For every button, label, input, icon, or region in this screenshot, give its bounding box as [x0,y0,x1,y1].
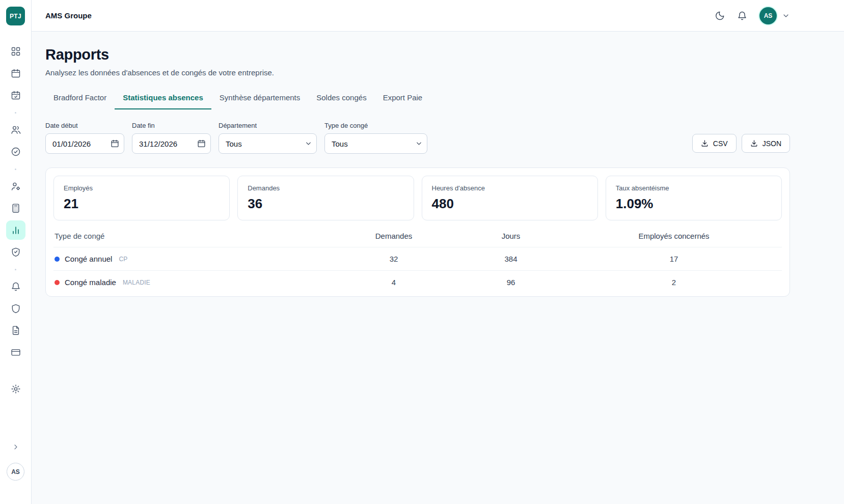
sidebar-item-calendar[interactable] [6,64,25,83]
user-menu-button[interactable] [781,11,791,21]
leave-type-select[interactable]: Tous [324,133,427,154]
sidebar-item-compliance[interactable] [6,242,25,262]
moon-icon [715,11,725,21]
shield-check-icon [11,247,21,257]
page-title: Rapports [45,46,790,63]
cell-jours: 96 [455,278,567,287]
users-icon [11,125,21,135]
sidebar-collapse-button[interactable] [9,440,23,454]
stat-value: 36 [248,196,403,212]
page-subtitle: Analysez les données d'absences et de co… [45,68,790,77]
sidebar-item-team[interactable] [6,120,25,139]
column-header-demandes: Demandes [333,232,455,240]
stat-label: Employés [64,184,220,192]
statistics-panel: Employés 21 Demandes 36 Heures d'absence… [45,167,790,297]
stat-label: Heures d'absence [432,184,588,192]
stat-value: 1.09% [616,196,772,212]
export-json-button[interactable]: JSON [742,134,790,153]
report-tabs: Bradford Factor Statistiques absences Sy… [45,88,790,109]
download-icon [701,139,709,147]
sidebar-item-planning[interactable] [6,86,25,105]
cell-employes: 17 [567,255,781,263]
cell-jours: 384 [455,255,567,263]
stat-label: Taux absentéisme [616,184,772,192]
notifications-button[interactable] [733,7,751,25]
date-end-input[interactable] [132,133,211,154]
credit-card-icon [11,347,21,357]
topbar-actions: AS [711,7,791,25]
table-row[interactable]: Congé annuel CP 32 384 17 [53,247,782,270]
nav-separator-dot [15,169,16,170]
column-header-jours: Jours [455,232,567,240]
app-logo[interactable]: PTJ [6,7,25,25]
sidebar-bottom: AS [7,440,24,481]
leave-type-dot [55,280,60,285]
sidebar-item-approvals[interactable] [6,142,25,161]
stat-card-taux-absenteisme: Taux absentéisme 1.09% [606,176,782,220]
stat-label: Demandes [248,184,403,192]
table-row[interactable]: Congé maladie MALADIE 4 96 2 [53,270,782,294]
tab-statistiques-absences[interactable]: Statistiques absences [115,88,211,109]
filter-date-end: Date fin [132,122,211,154]
leave-type-code: MALADIE [123,279,150,286]
user-gear-icon [11,181,21,191]
sidebar: PTJ [0,0,32,504]
date-start-input[interactable] [45,133,124,154]
tab-soldes-conges[interactable]: Soldes congés [308,88,374,109]
sidebar-item-reports[interactable] [6,220,25,240]
calendar-check-icon [11,90,21,100]
column-header-employes-concernes: Employés concernés [567,232,781,240]
top-bar: AMS Groupe AS [32,0,844,32]
nav-separator-dot [15,269,16,270]
chevron-down-icon [782,12,790,20]
sidebar-item-billing[interactable] [6,343,25,362]
export-buttons: CSV JSON [692,134,790,153]
gear-icon [11,384,21,394]
stat-card-heures-absence: Heures d'absence 480 [422,176,598,220]
stat-card-employes: Employés 21 [53,176,230,220]
calculator-icon [11,203,21,213]
export-csv-label: CSV [713,139,728,148]
leave-type-dot [55,257,60,262]
leave-types-table: Type de congé Demandes Jours Employés co… [53,225,782,294]
calendar-icon [11,68,21,78]
sidebar-item-payroll-calculator[interactable] [6,199,25,218]
tab-export-paie[interactable]: Export Paie [375,88,431,109]
table-header-row: Type de congé Demandes Jours Employés co… [53,225,782,247]
sidebar-item-documents[interactable] [6,321,25,340]
filter-department: Département Tous [219,122,317,154]
tab-synthese-departements[interactable]: Synthèse départements [211,88,308,109]
sidebar-item-dashboard[interactable] [6,42,25,61]
export-json-label: JSON [763,139,781,148]
stat-card-demandes: Demandes 36 [237,176,414,220]
sidebar-item-settings[interactable] [6,379,25,399]
user-avatar[interactable]: AS [759,7,777,24]
leave-type-label: Type de congé [324,122,427,129]
stat-value: 21 [64,196,220,212]
export-csv-button[interactable]: CSV [692,134,737,153]
bell-icon [11,282,21,292]
bell-icon [737,11,747,21]
file-text-icon [11,325,21,335]
nav-separator-dot [15,112,16,114]
tab-bradford-factor[interactable]: Bradford Factor [45,88,115,109]
department-select[interactable]: Tous [219,133,317,154]
sidebar-item-security[interactable] [6,299,25,318]
department-label: Département [219,122,317,129]
cell-demandes: 32 [333,255,455,263]
filters-row: Date début Date fin Département Tous [45,122,790,154]
shield-icon [11,303,21,314]
stat-cards: Employés 21 Demandes 36 Heures d'absence… [53,176,782,220]
date-end-label: Date fin [132,122,211,129]
main-content: Rapports Analysez les données d'absences… [32,32,844,504]
column-header-type: Type de congé [55,232,333,240]
cell-employes: 2 [567,278,781,287]
bar-chart-icon [11,225,21,235]
theme-toggle-button[interactable] [711,7,729,25]
leave-type-code: CP [119,256,127,263]
leave-type-name: Congé maladie [65,278,116,287]
stat-value: 480 [432,196,588,212]
sidebar-item-user-admin[interactable] [6,177,25,196]
sidebar-item-notifications[interactable] [6,277,25,296]
sidebar-avatar[interactable]: AS [7,463,24,481]
